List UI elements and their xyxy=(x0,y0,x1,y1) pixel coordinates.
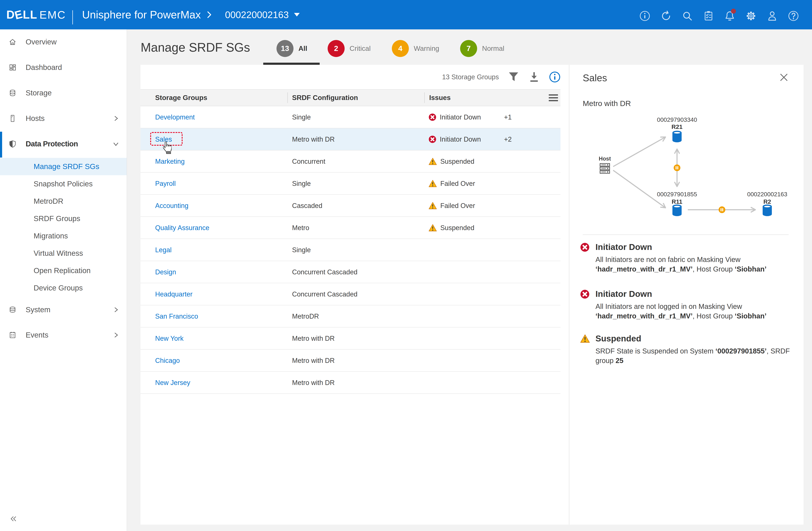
user-icon[interactable] xyxy=(767,11,778,21)
column-header-issues[interactable]: Issues xyxy=(429,94,451,102)
sidebar-item-storage[interactable]: Storage xyxy=(0,84,127,102)
search-icon[interactable] xyxy=(682,11,693,21)
host-label: Host xyxy=(599,156,611,162)
sidebar-item-migrations[interactable]: Migrations xyxy=(0,227,127,245)
sidebar-item-label: Hosts xyxy=(26,114,45,123)
storage-group-link[interactable]: Sales xyxy=(155,135,172,143)
node-role: R11 xyxy=(672,198,682,205)
issue-cell: Failed Over xyxy=(429,180,475,187)
tab-warning[interactable]: 4 Warning xyxy=(392,40,439,57)
issue-content: Initiator Down All Initiators are not on… xyxy=(595,242,802,274)
table-row[interactable]: San Francisco MetroDR xyxy=(141,305,561,328)
srdf-configuration-cell: Single xyxy=(292,113,311,121)
table-row[interactable]: Sales Metro with DR Initiator Down +2 xyxy=(141,128,561,150)
issue-label: Failed Over xyxy=(440,202,475,210)
sidebar-item-dashboard[interactable]: Dashboard xyxy=(0,59,127,76)
paused-badge xyxy=(674,164,680,171)
column-separator xyxy=(424,92,425,103)
table-row[interactable]: Legal Single xyxy=(141,239,561,261)
node-role: R21 xyxy=(671,124,682,130)
refresh-icon[interactable] xyxy=(661,11,671,21)
sidebar-item-manage-srdf-sgs[interactable]: Manage SRDF SGs xyxy=(0,158,127,175)
table-row[interactable]: Payroll Single Failed Over xyxy=(141,173,561,195)
sidebar-item-virtual-witness[interactable]: Virtual Witness xyxy=(0,245,127,262)
table-row[interactable]: Development Single Initiator Down +1 xyxy=(141,106,561,128)
sidebar-collapse-button[interactable] xyxy=(9,514,18,523)
storage-group-link[interactable]: New Jersey xyxy=(155,379,190,386)
help-icon[interactable] xyxy=(788,11,799,21)
chevron-right-icon xyxy=(112,331,120,339)
issue-text: All Initiators are not on fabric on Mask… xyxy=(595,256,741,263)
content-card: 13 Storage Groups Storage Groups SRDF Co… xyxy=(141,65,803,525)
tab-normal[interactable]: 7 Normal xyxy=(460,40,504,57)
main-content: Manage SRDF SGs 13 All 2 Critical 4 Warn… xyxy=(127,29,812,531)
sidebar-item-snapshot-policies[interactable]: Snapshot Policies xyxy=(0,175,127,192)
sidebar-item-system[interactable]: System xyxy=(0,301,127,318)
issue-description: SRDF State is Suspended on System ‘00029… xyxy=(595,346,802,365)
sidebar-item-overview[interactable]: Overview xyxy=(0,33,127,51)
table-row[interactable]: Design Concurrent Cascaded xyxy=(141,261,561,283)
system-id: 000220002163 xyxy=(225,9,289,20)
hosts-icon xyxy=(9,114,17,123)
table-row[interactable]: New York Metro with DR xyxy=(141,328,561,349)
caret-down-icon xyxy=(294,13,300,16)
issue-text: , Host Group xyxy=(693,265,735,273)
tab-label: All xyxy=(299,45,307,53)
table-menu-icon[interactable] xyxy=(549,94,558,101)
notifications-icon[interactable] xyxy=(724,11,735,21)
info-icon[interactable] xyxy=(639,11,650,21)
error-icon xyxy=(580,243,590,252)
system-selector[interactable]: 000220002163 xyxy=(225,9,300,20)
sidebar: Overview Dashboard Storage Hosts Data Pr… xyxy=(0,29,127,531)
sidebar-item-hosts[interactable]: Hosts xyxy=(0,110,127,127)
sidebar-item-metrodr[interactable]: MetroDR xyxy=(0,192,127,210)
details-icon[interactable] xyxy=(549,71,561,83)
srdf-configuration-cell: Metro xyxy=(292,224,309,231)
storage-group-link[interactable]: Development xyxy=(155,113,195,121)
issue-title: Suspended xyxy=(595,334,802,343)
storage-group-link[interactable]: Headquarter xyxy=(155,290,192,298)
settings-icon[interactable] xyxy=(745,11,756,21)
storage-group-link[interactable]: New York xyxy=(155,334,184,342)
storage-group-link[interactable]: Payroll xyxy=(155,180,176,187)
storage-group-link[interactable]: Legal xyxy=(155,246,172,254)
tab-all[interactable]: 13 All xyxy=(276,40,307,57)
table-row[interactable]: Headquarter Concurrent Cascaded xyxy=(141,283,561,305)
sidebar-item-label: Data Protection xyxy=(26,140,78,148)
table-row[interactable]: Chicago Metro with DR xyxy=(141,349,561,372)
table-row[interactable]: Marketing Concurrent Suspended xyxy=(141,150,561,173)
issue-label: Initiator Down xyxy=(440,135,481,143)
tab-critical[interactable]: 2 Critical xyxy=(328,40,371,57)
storage-icon xyxy=(9,89,17,97)
issue-cell: Failed Over xyxy=(429,202,475,210)
table-row[interactable]: Quality Assurance Metro Suspended xyxy=(141,217,561,239)
table-body: Development Single Initiator Down +1 Sal… xyxy=(141,106,561,394)
export-icon[interactable] xyxy=(528,72,540,83)
sidebar-item-srdf-groups[interactable]: SRDF Groups xyxy=(0,210,127,227)
issue-cell: Suspended xyxy=(429,158,474,165)
active-tab-indicator xyxy=(263,63,320,65)
dell-emc-logo[interactable]: DELLEMC xyxy=(6,8,66,21)
panel-issue: Initiator Down All Initiators are not on… xyxy=(580,242,802,274)
column-header-storage-groups[interactable]: Storage Groups xyxy=(155,94,207,102)
storage-group-link[interactable]: Quality Assurance xyxy=(155,224,209,231)
storage-group-link[interactable]: San Francisco xyxy=(155,312,198,320)
table-row[interactable]: New Jersey Metro with DR xyxy=(141,372,561,394)
sidebar-item-open-replication[interactable]: Open Replication xyxy=(0,262,127,279)
close-icon[interactable] xyxy=(780,73,788,82)
column-header-srdf-configuration[interactable]: SRDF Configuration xyxy=(292,94,358,102)
storage-group-link[interactable]: Marketing xyxy=(155,158,185,165)
storage-group-link[interactable]: Design xyxy=(155,268,176,276)
sidebar-item-device-groups[interactable]: Device Groups xyxy=(0,279,127,297)
table-row[interactable]: Accounting Cascaded Failed Over xyxy=(141,195,561,217)
sidebar-item-events[interactable]: Events xyxy=(0,326,127,344)
storage-group-link[interactable]: Chicago xyxy=(155,357,180,364)
tasks-icon[interactable] xyxy=(703,11,714,21)
chevron-down-icon xyxy=(112,140,120,148)
filter-icon[interactable] xyxy=(508,72,519,82)
storage-group-link[interactable]: Accounting xyxy=(155,202,188,210)
detail-panel-title: Sales xyxy=(583,72,607,84)
sidebar-item-data-protection[interactable]: Data Protection xyxy=(0,135,127,153)
srdf-configuration-cell: Concurrent Cascaded xyxy=(292,290,358,298)
storage-groups-table: 13 Storage Groups Storage Groups SRDF Co… xyxy=(141,65,569,525)
